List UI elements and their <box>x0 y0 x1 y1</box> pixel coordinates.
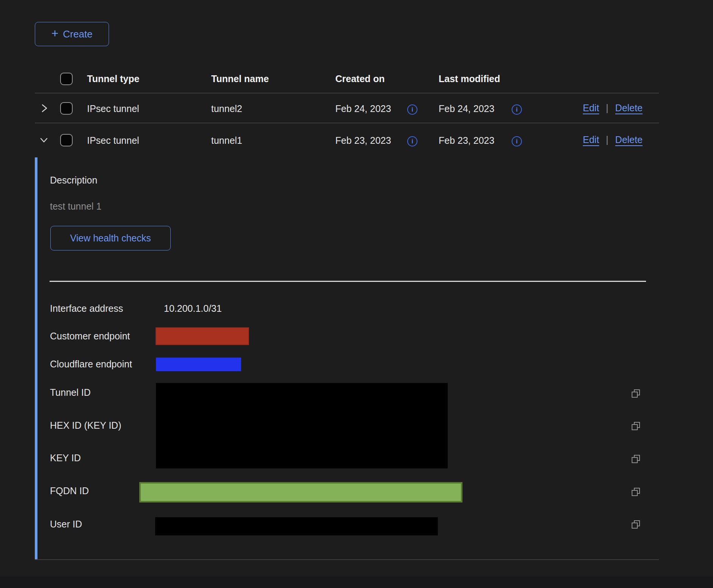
info-icon[interactable] <box>512 104 522 115</box>
description-label: Description <box>50 175 97 186</box>
delete-link[interactable]: Delete <box>615 103 643 114</box>
customer-endpoint-label: Customer endpoint <box>50 331 130 342</box>
copy-icon[interactable] <box>630 487 641 497</box>
edit-link[interactable]: Edit <box>583 103 599 114</box>
info-icon[interactable] <box>407 136 417 146</box>
expanded-row-bottom-divider <box>35 559 659 560</box>
row-divider <box>35 123 659 123</box>
copy-icon[interactable] <box>630 421 641 431</box>
row-actions: Edit | Delete <box>583 103 643 114</box>
row-tunnel-type: IPsec tunnel <box>87 103 139 114</box>
row-tunnel-name: tunnel2 <box>211 103 242 114</box>
chevron-right-icon[interactable] <box>39 102 49 116</box>
info-icon[interactable] <box>512 136 522 146</box>
fqdn-id-redaction <box>139 482 462 502</box>
cloudflare-endpoint-label: Cloudflare endpoint <box>50 359 132 370</box>
header-tunnel-name: Tunnel name <box>211 73 269 84</box>
cloudflare-endpoint-redaction <box>156 358 241 371</box>
edit-link[interactable]: Edit <box>583 134 599 145</box>
row-actions: Edit | Delete <box>583 134 643 145</box>
user-id-redaction <box>155 517 438 535</box>
copy-icon[interactable] <box>630 519 641 530</box>
section-divider <box>50 281 646 282</box>
hex-id-label: HEX ID (KEY ID) <box>50 420 121 431</box>
fqdn-id-label: FQDN ID <box>50 485 89 496</box>
action-separator: | <box>606 134 609 145</box>
page-bottom-strip <box>0 577 713 588</box>
row-checkbox[interactable] <box>60 134 73 146</box>
row-tunnel-name: tunnel1 <box>211 135 242 146</box>
header-last-modified: Last modified <box>439 73 500 84</box>
header-divider <box>35 93 659 93</box>
delete-link[interactable]: Delete <box>615 134 643 145</box>
copy-icon[interactable] <box>630 454 641 464</box>
interface-address-value: 10.200.1.0/31 <box>164 303 222 314</box>
chevron-down-icon[interactable] <box>38 134 50 148</box>
customer-endpoint-redaction <box>156 327 249 345</box>
action-separator: | <box>606 103 609 114</box>
view-health-checks-button[interactable]: View health checks <box>50 226 171 250</box>
interface-address-label: Interface address <box>50 303 123 314</box>
description-value: test tunnel 1 <box>50 201 101 212</box>
row-tunnel-type: IPsec tunnel <box>87 135 139 146</box>
tunnels-page: + Create Tunnel type Tunnel name Created… <box>0 0 713 588</box>
view-health-checks-label: View health checks <box>70 233 151 244</box>
tunnel-id-label: Tunnel ID <box>50 387 90 398</box>
plus-icon: + <box>51 27 59 39</box>
row-last-modified: Feb 24, 2023 <box>439 103 494 114</box>
row-created-on: Feb 24, 2023 <box>335 103 391 114</box>
user-id-label: User ID <box>50 519 82 530</box>
key-id-label: KEY ID <box>50 453 81 464</box>
row-created-on: Feb 23, 2023 <box>335 135 391 146</box>
header-created-on: Created on <box>335 73 385 84</box>
create-button-label: Create <box>63 28 92 40</box>
ids-redaction-block <box>156 383 448 468</box>
row-checkbox[interactable] <box>60 102 73 115</box>
header-tunnel-type: Tunnel type <box>87 73 139 84</box>
info-icon[interactable] <box>407 104 417 115</box>
select-all-checkbox[interactable] <box>60 73 73 85</box>
expanded-row-accent-bar <box>35 157 37 559</box>
row-last-modified: Feb 23, 2023 <box>439 135 494 146</box>
copy-icon[interactable] <box>630 388 641 399</box>
create-button[interactable]: + Create <box>35 22 109 46</box>
